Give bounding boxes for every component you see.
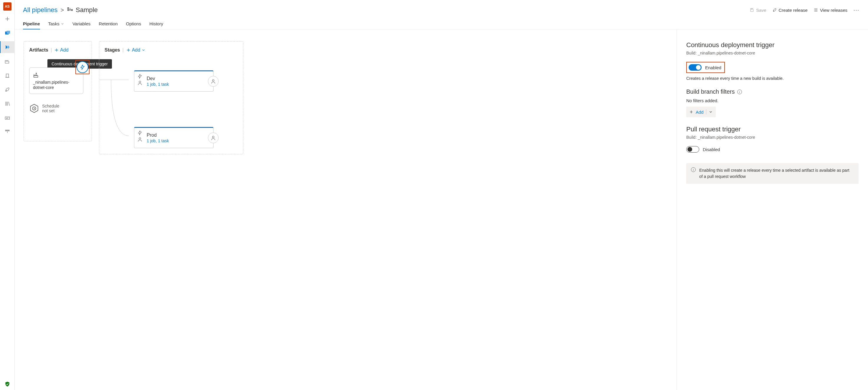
person-icon [137, 137, 143, 142]
schedule-line2: not set [42, 109, 59, 113]
plus-icon [54, 48, 59, 53]
schedule-row[interactable]: Schedule not set [29, 103, 86, 114]
chevron-down-icon [142, 48, 146, 52]
svg-rect-2 [6, 74, 8, 78]
taskgroup-icon [4, 115, 10, 121]
info-icon: i [691, 167, 696, 172]
clock-icon [29, 103, 39, 114]
boards-icon [4, 30, 10, 36]
cd-trigger-heading: Continuous deployment trigger [686, 41, 859, 49]
deployment-group-icon [4, 129, 10, 135]
rail-status[interactable] [0, 378, 15, 390]
shield-check-icon [4, 381, 10, 387]
svg-point-13 [139, 81, 141, 83]
stage-card-dev[interactable]: Dev 1 job, 1 task [134, 70, 214, 92]
more-actions[interactable]: ⋯ [853, 6, 860, 13]
properties-panel: Continuous deployment trigger Build: _ni… [677, 29, 868, 390]
svg-rect-9 [71, 9, 73, 10]
tab-tasks[interactable]: Tasks [48, 21, 64, 29]
svg-rect-3 [5, 117, 9, 119]
svg-point-16 [212, 136, 214, 138]
content: Artifacts | Add Continuous deployment tr… [15, 29, 868, 390]
rocket-icon [4, 87, 10, 92]
svg-point-14 [212, 80, 214, 81]
rail-releases[interactable] [0, 69, 15, 81]
svg-rect-5 [8, 130, 9, 131]
pr-enabled-toggle[interactable] [686, 146, 699, 153]
svg-rect-10 [751, 8, 752, 9]
pipelines-icon [5, 44, 10, 50]
person-icon [211, 135, 216, 141]
chevron-down-icon [61, 22, 64, 26]
cd-enabled-label: Enabled [705, 65, 721, 70]
stage-predeploy-icons[interactable] [137, 130, 143, 142]
svg-rect-7 [68, 8, 69, 9]
build-artifact-icon [33, 72, 39, 78]
cd-enabled-toggle[interactable] [689, 64, 702, 71]
pr-info-banner: i Enabling this will create a release ev… [686, 163, 859, 184]
stage-postdeploy-button[interactable] [208, 76, 219, 87]
chevron-down-icon [709, 110, 713, 114]
rail-environments[interactable] [0, 55, 15, 67]
branch-filters-heading: Build branch filters [686, 88, 735, 95]
header: All pipelines > Sample Save Create relea… [15, 0, 868, 18]
breadcrumb-root[interactable]: All pipelines [23, 6, 57, 14]
save-icon [750, 8, 754, 12]
rail-boards[interactable] [0, 27, 15, 39]
artifact-card[interactable]: _ninallam.pipelines-dotnet-core [29, 67, 83, 94]
factory-icon [4, 58, 10, 64]
artifacts-header: Artifacts [29, 48, 48, 53]
cd-hint: Creates a release every time a new build… [686, 76, 859, 81]
add-stage-link[interactable]: Add [126, 48, 146, 53]
add-artifact-link[interactable]: Add [54, 48, 68, 53]
stage-postdeploy-button[interactable] [208, 132, 219, 143]
lightning-icon [137, 130, 143, 136]
stage-jobs-link[interactable]: 1 job, 1 task [147, 139, 169, 143]
pr-build-label: Build: _ninallam.pipelines-dotnet-core [686, 135, 859, 140]
plus-icon [126, 48, 131, 53]
rail-rocket[interactable] [0, 84, 15, 95]
create-release-button[interactable]: Create release [772, 8, 808, 13]
save-button: Save [750, 8, 766, 13]
svg-rect-1 [6, 31, 10, 34]
library-icon [4, 101, 10, 107]
info-icon[interactable]: i [737, 90, 742, 94]
rail-add[interactable] [0, 13, 15, 25]
add-filter-button[interactable]: Add [686, 107, 716, 117]
stage-jobs-link[interactable]: 1 job, 1 task [147, 82, 169, 87]
stage-name: Prod [147, 132, 169, 138]
cd-trigger-badge[interactable] [76, 61, 88, 73]
pipeline-canvas: Artifacts | Add Continuous deployment tr… [15, 29, 677, 390]
rail-taskgroups[interactable] [0, 112, 15, 124]
tab-options[interactable]: Options [126, 21, 142, 29]
pr-banner-text: Enabling this will create a release ever… [699, 167, 854, 180]
rail-library[interactable] [0, 98, 15, 110]
release-definition-icon [67, 7, 73, 13]
cd-build-label: Build: _ninallam.pipelines-dotnet-core [686, 51, 859, 55]
stage-card-prod[interactable]: Prod 1 job, 1 task [134, 127, 214, 148]
stages-column: Stages | Add [99, 41, 243, 154]
stages-header: Stages [104, 48, 120, 53]
cd-toggle-highlight: Enabled [686, 62, 725, 73]
tab-retention[interactable]: Retention [99, 21, 118, 29]
stage-name: Dev [147, 76, 169, 81]
pr-disabled-label: Disabled [703, 147, 720, 152]
left-rail: AS [0, 0, 15, 390]
main-column: All pipelines > Sample Save Create relea… [15, 0, 868, 390]
rail-deployment-groups[interactable] [0, 126, 15, 138]
no-filters-text: No filters added. [686, 98, 859, 103]
tab-variables[interactable]: Variables [72, 21, 90, 29]
person-icon [211, 79, 216, 84]
server-icon [4, 72, 10, 78]
list-icon [813, 8, 818, 12]
rail-pipelines[interactable] [0, 41, 15, 53]
svg-rect-4 [5, 130, 6, 131]
pipeline-title: Sample [76, 6, 98, 14]
tab-pipeline[interactable]: Pipeline [23, 21, 40, 29]
svg-point-15 [139, 138, 141, 139]
view-releases-button[interactable]: View releases [813, 8, 847, 13]
stage-predeploy-icons[interactable] [137, 73, 143, 85]
rocket-icon [772, 8, 777, 12]
project-avatar[interactable]: AS [3, 2, 11, 10]
tab-history[interactable]: History [149, 21, 163, 29]
